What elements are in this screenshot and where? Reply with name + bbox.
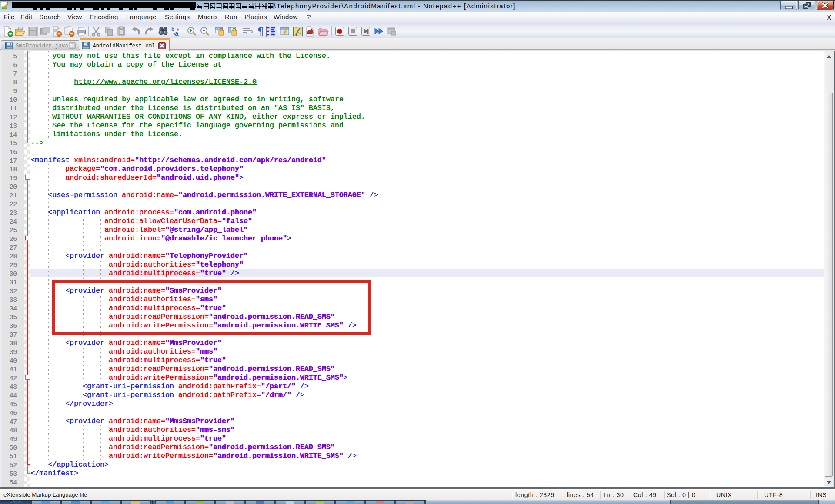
svg-text:¶: ¶ [257,26,264,37]
svg-text:a: a [175,30,179,37]
svg-text:b: b [171,27,174,32]
